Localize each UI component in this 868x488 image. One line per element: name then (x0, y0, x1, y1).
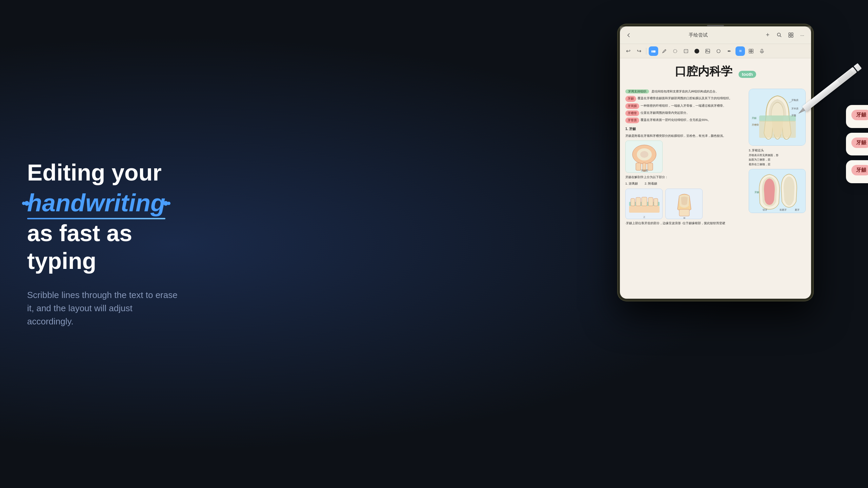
text-alveolar: 位置在牙龈周围的颌骨内突起部分。 (641, 110, 689, 115)
handwriting-underline (27, 218, 165, 219)
svg-text:牙龈: 牙龈 (752, 117, 756, 119)
svg-text:牙釉质: 牙釉质 (791, 99, 799, 101)
text-box-tool[interactable]: T (681, 46, 691, 56)
main-content: 牙周支持组织 是结间组包埋和支撑牙齿的几种组织构成的总合。 牙龈 覆盖在牙槽骨齿… (625, 89, 806, 219)
svg-rect-23 (636, 163, 641, 170)
section1-parts: 1. 游离龈 2. 附着龈 (625, 181, 745, 186)
tablet-container: 手绘尝试 + ··· ↩ ↪ (617, 24, 841, 318)
heading-line1: Editing your (27, 160, 197, 185)
svg-rect-17 (751, 51, 753, 53)
grid-view-button[interactable] (746, 46, 756, 56)
svg-rect-14 (749, 49, 751, 51)
tag-gum: 牙龈 (625, 96, 636, 102)
active-tool2[interactable]: ≋ (735, 46, 745, 56)
mini-diagrams: 牙龈图 (625, 141, 745, 173)
section1-sub: 牙龈在解剖学上分为以下部分： (625, 175, 745, 180)
image-button[interactable] (703, 46, 712, 56)
bottom-diagram-1: 正 (625, 189, 663, 219)
pen-tool[interactable]: ✒ (725, 46, 734, 56)
note-content: 口腔内科学 tooth 牙周支持组织 是结间组包埋和支撑牙齿的几种组织构成的总合… (620, 58, 811, 299)
svg-text:T: T (685, 50, 687, 52)
color-button[interactable] (692, 46, 702, 56)
svg-text:切牙: 切牙 (763, 209, 767, 211)
section-num1: 1. 牙龈 (625, 126, 745, 132)
tablet-home-indicator (707, 25, 724, 26)
svg-rect-27 (629, 206, 660, 213)
drawing-toolbar: ↩ ↪ T (620, 44, 811, 58)
handwriting-label: handwriting (27, 190, 165, 217)
svg-text:牙龈: 牙龈 (754, 191, 759, 193)
card1-label: 牙龈 (851, 110, 868, 120)
tag-support: 牙周支持组织 (625, 89, 649, 93)
tablet-screen: 手绘尝试 + ··· ↩ ↪ (620, 26, 811, 299)
section-cementum: 牙骨质 覆盖在牙根表面一层钙化结缔组织，含无机盐55%。 (625, 118, 745, 123)
mic-button[interactable] (757, 46, 767, 56)
svg-rect-35 (679, 209, 689, 216)
svg-rect-18 (761, 49, 763, 52)
tooth-diagram: 牙釉质 牙本质 牙髓 牙龈 牙槽骨 (749, 89, 806, 146)
card3-label: 牙龈 (851, 165, 868, 175)
svg-point-8 (673, 49, 677, 53)
title-row: 口腔内科学 tooth (625, 64, 806, 85)
section3-text: 3. 牙根近头 牙根表示而见两侧面，形 如面为三侧形，层 着所在三侧颈，层 (749, 148, 806, 167)
svg-rect-2 (789, 33, 791, 35)
eraser-button[interactable] (649, 46, 658, 56)
divider1 (646, 48, 646, 55)
popup-card-3: 牙龈 覆盖在牙龈部周围的口腔粘膜以及 以其下方的结缔组织。 (846, 160, 868, 183)
toolbar-title: 手绘尝试 (635, 32, 761, 38)
bottom-diagram-2: 侧 (665, 189, 703, 219)
tag-periodontal: 牙周膜 (625, 103, 639, 109)
card2-label: 牙龈 (851, 137, 868, 148)
text-gum: 覆盖在牙槽骨齿龈面和牙龈部周围的口腔粘膜以及其下方的结缔组织。 (638, 96, 732, 101)
svg-line-1 (780, 36, 781, 37)
mini-diagram-1: 牙龈图 (625, 141, 663, 173)
svg-rect-29 (631, 198, 635, 206)
tablet-device: 手绘尝试 + ··· ↩ ↪ (617, 24, 814, 301)
svg-rect-39 (759, 121, 796, 138)
svg-point-22 (640, 151, 648, 158)
lasso-tool[interactable] (670, 46, 680, 56)
svg-rect-38 (759, 115, 796, 122)
tag-alveolar: 牙槽骨 (625, 110, 639, 116)
svg-point-12 (706, 50, 707, 51)
tooth-diagram-2: 牙龈 切牙 前磨牙 磨牙 (749, 169, 806, 213)
svg-rect-33 (654, 198, 658, 206)
svg-rect-6 (651, 50, 655, 52)
more-button[interactable]: ··· (798, 30, 807, 40)
search-button[interactable] (774, 30, 784, 40)
svg-text:磨牙: 磨牙 (795, 209, 800, 211)
bottom-text: ·牙龈上部位靠牙齿的部分，边缘呈波浪形 ·位于龈缘根部，拢此较软而坚硬 (625, 221, 806, 226)
section-periodontal: 牙周膜 一种致密的纤维组织，一端嵌入牙骨板，一端通过梳状牙槽骨。 (625, 103, 745, 109)
section-gum: 牙龈 覆盖在牙槽骨齿龈面和牙龈部周围的口腔粘膜以及其下方的结缔组织。 (625, 96, 745, 102)
text-support: 是结间组包埋和支撑牙齿的几种组织构成的总合。 (651, 90, 719, 93)
tag-cementum: 牙骨质 (625, 118, 639, 123)
svg-rect-16 (749, 51, 751, 53)
shape-tool[interactable] (714, 46, 723, 56)
svg-rect-30 (636, 197, 641, 206)
redo-button[interactable]: ↪ (634, 46, 644, 56)
bottom-diagrams: 正 侧 (625, 189, 745, 219)
text-cementum: 覆盖在牙根表面一层钙化结缔组织，含无机盐55%。 (641, 118, 711, 123)
popup-cards: 牙龈 覆盖在牙槽骨齿龈和 牙龈部周围 牙龈部周围的口腔粘膜以及其下方的结缔组织。… (846, 105, 868, 183)
back-button[interactable] (624, 30, 633, 40)
heading-line3: as fast as typing (27, 220, 197, 275)
popup-card-1: 牙龈 覆盖在牙槽骨齿龈和 牙龈部周围 牙龈部周围的口腔粘膜以及其下方的结缔组织。 (846, 105, 868, 128)
popup-card-2: 牙龈 覆盖在 牙槽 → 牙龈部周围的口腔粘膜以及其下方的结缔组织。 (846, 133, 868, 156)
svg-rect-4 (789, 36, 791, 38)
svg-point-0 (777, 33, 780, 36)
undo-button[interactable]: ↩ (623, 46, 633, 56)
svg-text:正: 正 (643, 216, 645, 218)
left-notes-col: 牙周支持组织 是结间组包埋和支撑牙齿的几种组织构成的总合。 牙龈 覆盖在牙槽骨齿… (625, 89, 745, 219)
toolbar: 手绘尝试 + ··· (620, 26, 811, 44)
add-button[interactable]: + (763, 30, 772, 40)
svg-rect-15 (751, 49, 753, 51)
section-support-tissue: 牙周支持组织 是结间组包埋和支撑牙齿的几种组织构成的总合。 (625, 89, 745, 94)
cursor-dot-right (163, 201, 168, 206)
subtitle-text: Scribble lines through the text to erase… (27, 289, 180, 328)
svg-rect-5 (791, 36, 793, 38)
grid-button[interactable] (786, 30, 795, 40)
pencil-tool[interactable] (660, 46, 669, 56)
text-periodontal: 一种致密的纤维组织，一端嵌入牙骨板，一端通过梳状牙槽骨。 (641, 103, 726, 108)
svg-rect-32 (648, 197, 653, 206)
left-panel: Editing your handwriting as fast as typi… (27, 160, 197, 328)
